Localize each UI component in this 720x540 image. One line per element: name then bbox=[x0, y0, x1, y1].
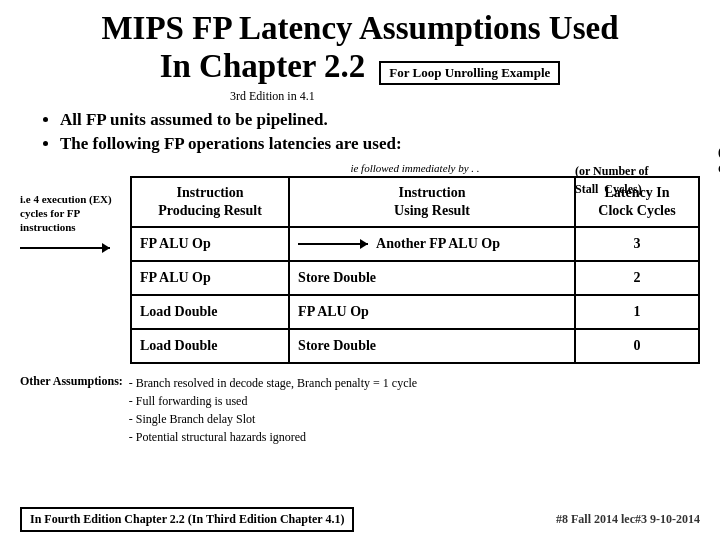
or-stall-note: (or Number ofStall Cycles) bbox=[575, 162, 700, 198]
cell-r3-c3: 1 bbox=[575, 295, 699, 329]
page: MIPS FP Latency Assumptions Used In Chap… bbox=[0, 0, 720, 540]
bottom-right-text: #8 Fall 2014 lec#3 9-10-2014 bbox=[556, 512, 700, 527]
assumption-item-1: - Branch resolved in decode stage, Branc… bbox=[129, 374, 417, 392]
edition-note: 3rd Edition in 4.1 bbox=[230, 89, 700, 104]
cell-r3-c2: FP ALU Op bbox=[289, 295, 575, 329]
cell-r1-c3: 3 bbox=[575, 227, 699, 261]
left-label-text: i.e 4 execution (EX) cycles for FP instr… bbox=[20, 192, 130, 235]
bullet-item-2: The following FP operations latencies ar… bbox=[60, 132, 700, 156]
cell-r2-c1: FP ALU Op bbox=[131, 261, 289, 295]
other-assumptions-content: - Branch resolved in decode stage, Branc… bbox=[129, 374, 417, 446]
bottom-left-box: In Fourth Edition Chapter 2.2 (In Third … bbox=[20, 507, 354, 532]
assumption-item-2: - Full forwarding is used bbox=[129, 392, 417, 410]
assumption-item-3: - Single Branch delay Slot bbox=[129, 410, 417, 428]
table-row: Load Double Store Double 0 bbox=[131, 329, 699, 363]
for-loop-badge: For Loop Unrolling Example bbox=[379, 61, 560, 85]
cell-r1-c1: FP ALU Op bbox=[131, 227, 289, 261]
arrow-container bbox=[20, 239, 130, 259]
left-label-area: i.e 4 execution (EX) cycles for FP instr… bbox=[20, 162, 130, 259]
left-arrow-icon bbox=[20, 247, 110, 249]
cell-r4-c3: 0 bbox=[575, 329, 699, 363]
title-area: MIPS FP Latency Assumptions Used In Chap… bbox=[20, 10, 700, 85]
header-producing: InstructionProducing Result bbox=[131, 177, 289, 227]
assumption-item-4: - Potential structural hazards ignored bbox=[129, 428, 417, 446]
bottom-bar: In Fourth Edition Chapter 2.2 (In Third … bbox=[20, 507, 700, 532]
cell-r4-c1: Load Double bbox=[131, 329, 289, 363]
other-assumptions-label: Other Assumptions: bbox=[20, 374, 123, 446]
latency-table: InstructionProducing Result InstructionU… bbox=[130, 176, 700, 364]
other-assumptions-section: Other Assumptions: - Branch resolved in … bbox=[20, 374, 700, 446]
bullet-list: All FP units assumed to be pipelined. Th… bbox=[40, 108, 700, 156]
table-row: Load Double FP ALU Op 1 bbox=[131, 295, 699, 329]
table-wrapper: InstructionProducing Result InstructionU… bbox=[130, 176, 700, 364]
table-row: FP ALU Op Store Double 2 bbox=[131, 261, 699, 295]
title-line2: In Chapter 2.2 bbox=[160, 48, 366, 84]
header-using: InstructionUsing Result bbox=[289, 177, 575, 227]
cell-r2-c2: Store Double bbox=[289, 261, 575, 295]
table-row: FP ALU Op Another FP ALU Op 3 bbox=[131, 227, 699, 261]
bullet-item-1: All FP units assumed to be pipelined. bbox=[60, 108, 700, 132]
edition-text: 3rd Edition in 4.1 bbox=[230, 89, 315, 103]
cell-r4-c2: Store Double bbox=[289, 329, 575, 363]
cell-r3-c1: Load Double bbox=[131, 295, 289, 329]
cell-r2-c3: 2 bbox=[575, 261, 699, 295]
title-line1: MIPS FP Latency Assumptions Used bbox=[20, 10, 700, 48]
cell-r1-c2: Another FP ALU Op bbox=[289, 227, 575, 261]
